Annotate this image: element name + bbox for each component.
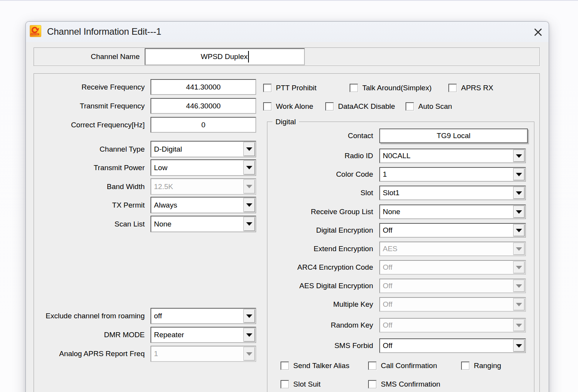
receive-group-list-value: None	[380, 208, 400, 216]
send-talker-alias-option: Send Talker Alias	[281, 362, 349, 370]
analog-aprs-freq-combo: 1	[150, 346, 256, 362]
receive-group-list-dropdown-button[interactable]	[513, 206, 525, 218]
work-alone-option: Work Alone	[263, 102, 313, 111]
arc4-encryption-value: Off	[380, 263, 392, 272]
extend-encryption-label: Extend Encryption	[270, 242, 373, 256]
slot-suit-option: Slot Suit	[281, 380, 321, 389]
dmr-mode-combo[interactable]: Repeater	[150, 327, 256, 343]
sms-forbid-combo[interactable]: Off	[379, 338, 526, 353]
channel-type-label: Channel Type	[37, 141, 145, 157]
aes-digital-encryption-value: Off	[380, 282, 392, 290]
receive-frequency-value: 441.30000	[186, 83, 221, 91]
digital-encryption-dropdown-button[interactable]	[513, 224, 525, 237]
analog-aprs-freq-value: 1	[151, 350, 158, 358]
slot-suit-checkbox[interactable]	[281, 380, 289, 389]
slot-value: Slot1	[380, 189, 399, 197]
dmr-mode-dropdown-button[interactable]	[243, 328, 255, 342]
color-code-combo[interactable]: 1	[379, 167, 526, 182]
exclude-roaming-dropdown-button[interactable]	[243, 309, 255, 323]
aes-digital-encryption-label: AES Digital Encryption	[270, 279, 373, 293]
tx-permit-dropdown-button[interactable]	[243, 198, 255, 212]
tx-permit-label: TX Permit	[37, 197, 145, 213]
talk-around-checkbox[interactable]	[350, 84, 358, 92]
band-width-combo: 12.5K	[150, 178, 256, 195]
contact-value: TG9 Local	[437, 132, 471, 140]
digital-encryption-value: Off	[380, 226, 392, 235]
send-talker-alias-checkbox[interactable]	[281, 362, 289, 370]
correct-frequency-input[interactable]: 0	[150, 117, 256, 133]
dataack-disable-label: DataACK Disable	[338, 102, 395, 111]
multiple-key-label: Multiple Key	[270, 297, 373, 312]
chevron-down-icon	[516, 173, 522, 176]
sms-confirmation-checkbox[interactable]	[368, 380, 377, 389]
call-confirmation-checkbox[interactable]	[368, 362, 377, 370]
aprs-rx-option: APRS RX	[448, 84, 493, 92]
color-code-dropdown-button[interactable]	[513, 168, 525, 181]
channel-type-dropdown-button[interactable]	[243, 142, 255, 156]
chevron-down-icon	[246, 352, 252, 356]
aprs-rx-label: APRS RX	[461, 84, 493, 92]
close-button[interactable]	[530, 25, 546, 39]
dialog-titlebar[interactable]: Channel Information Edit---1	[26, 22, 549, 42]
sms-confirmation-option: SMS Confirmation	[368, 380, 440, 389]
transmit-frequency-input[interactable]: 446.30000	[150, 98, 256, 114]
digital-encryption-label: Digital Encryption	[270, 223, 373, 238]
radio-id-label: Radio ID	[270, 149, 373, 163]
aprs-rx-checkbox[interactable]	[448, 84, 457, 92]
exclude-roaming-combo[interactable]: off	[150, 308, 256, 324]
transmit-power-combo[interactable]: Low	[150, 159, 256, 176]
extend-encryption-combo: AES	[379, 242, 526, 256]
talk-around-option: Talk Around(Simplex)	[350, 84, 432, 92]
random-key-combo: Off	[379, 318, 526, 333]
receive-group-list-combo[interactable]: None	[379, 204, 526, 219]
chevron-down-icon	[516, 229, 522, 232]
analog-aprs-freq-dropdown-button	[243, 347, 255, 361]
tx-permit-combo[interactable]: Always	[150, 197, 256, 213]
contact-label: Contact	[270, 128, 373, 143]
radio-id-combo[interactable]: N0CALL	[379, 149, 526, 163]
dataack-disable-checkbox[interactable]	[325, 102, 334, 111]
channel-name-input[interactable]: WPSD Duplex	[145, 48, 305, 65]
channel-type-combo[interactable]: D-Digital	[150, 141, 256, 157]
digital-encryption-combo[interactable]: Off	[379, 223, 526, 238]
tx-permit-value: Always	[151, 201, 177, 210]
receive-frequency-input[interactable]: 441.30000	[150, 79, 256, 95]
transmit-power-dropdown-button[interactable]	[243, 161, 255, 175]
ranging-label: Ranging	[474, 362, 501, 370]
arc4-encryption-combo: Off	[379, 260, 526, 275]
sms-forbid-dropdown-button[interactable]	[513, 340, 525, 352]
call-confirmation-label: Call Confirmation	[381, 362, 437, 370]
talk-around-label: Talk Around(Simplex)	[362, 84, 432, 92]
channel-edit-dialog: Channel Information Edit---1 Channel Nam…	[25, 21, 549, 392]
contact-button[interactable]: TG9 Local	[379, 128, 528, 143]
dataack-disable-option: DataACK Disable	[325, 102, 395, 111]
chevron-down-icon	[246, 185, 252, 188]
slot-combo[interactable]: Slot1	[379, 186, 526, 200]
ptt-prohibit-checkbox[interactable]	[263, 84, 272, 92]
slot-label: Slot	[270, 186, 373, 200]
scan-list-combo[interactable]: None	[150, 216, 256, 232]
multiple-key-combo: Off	[379, 297, 526, 312]
scan-list-dropdown-button[interactable]	[243, 217, 255, 231]
channel-type-value: D-Digital	[151, 145, 182, 154]
chevron-down-icon	[246, 314, 252, 318]
band-width-dropdown-button	[243, 179, 255, 194]
radio-id-dropdown-button[interactable]	[513, 150, 525, 162]
close-icon	[534, 28, 542, 36]
transmit-frequency-label: Transmit Frequency	[37, 98, 145, 114]
auto-scan-checkbox[interactable]	[406, 102, 414, 111]
work-alone-checkbox[interactable]	[263, 102, 272, 111]
text-caret	[248, 51, 249, 63]
dialog-title: Channel Information Edit---1	[47, 22, 161, 42]
ptt-prohibit-option: PTT Prohibit	[263, 84, 316, 92]
random-key-value: Off	[380, 321, 392, 329]
ranging-checkbox[interactable]	[461, 362, 470, 370]
chevron-down-icon	[516, 191, 522, 195]
chevron-down-icon	[516, 284, 522, 288]
correct-frequency-label: Correct Frequency[Hz]	[37, 117, 145, 133]
exclude-roaming-value: off	[151, 312, 162, 320]
chevron-down-icon	[246, 333, 252, 337]
random-key-dropdown-button	[513, 319, 525, 331]
slot-dropdown-button[interactable]	[513, 187, 525, 199]
radio-id-value: N0CALL	[380, 152, 411, 160]
